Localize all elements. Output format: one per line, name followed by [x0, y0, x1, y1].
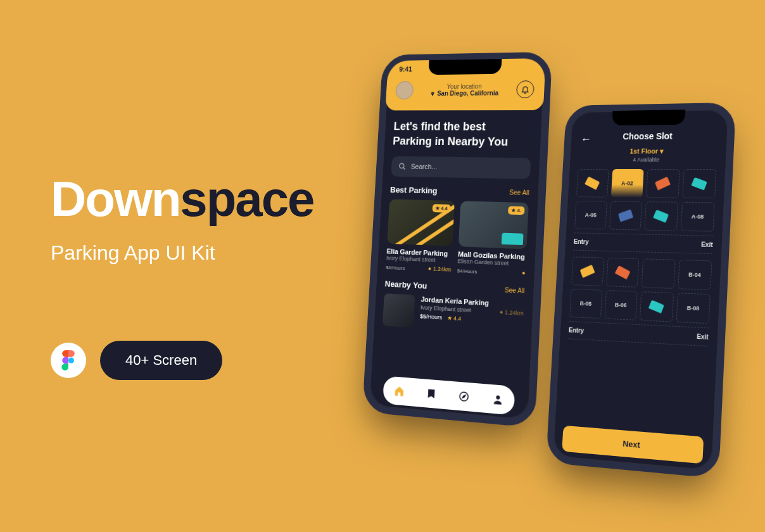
car-icon: [648, 300, 664, 313]
page-title: Choose Slot: [623, 131, 673, 141]
nearby-rating: ★ 4.4: [447, 314, 462, 321]
slot-cell[interactable]: [571, 256, 604, 286]
parking-distance: ●: [522, 270, 526, 276]
figma-icon: [61, 350, 75, 370]
rating-badge: ★ 4.4: [432, 204, 450, 213]
car-icon: [580, 265, 595, 278]
status-time: 9:41: [399, 65, 412, 73]
search-input[interactable]: Search...: [391, 156, 531, 179]
hero-block: Downspace Parking App UI Kit 40+ Screen: [51, 174, 313, 380]
slot-cell[interactable]: B-04: [678, 260, 712, 290]
slot-cell[interactable]: [646, 169, 680, 198]
parking-card[interactable]: ★ 4.4 Elia Garder Parking Ivory Elophant…: [386, 199, 455, 273]
svg-point-0: [68, 358, 74, 364]
title-part-1: Down: [51, 171, 180, 227]
location-value: San Diego, California: [437, 89, 498, 96]
slot-grid-b: B-04 B-05 B-06 B-08: [569, 256, 712, 324]
headline: Let's find the best Parking in Nearby Yo…: [393, 119, 533, 150]
back-button[interactable]: ←: [580, 133, 591, 146]
car-icon: [655, 177, 671, 191]
app-body: Let's find the best Parking in Nearby Yo…: [373, 110, 543, 336]
search-placeholder: Search...: [410, 163, 437, 170]
slot-cell[interactable]: [642, 258, 676, 289]
nearby-thumb: [382, 293, 415, 327]
product-subtitle: Parking App UI Kit: [51, 241, 313, 265]
parking-image: ★ 4.4: [387, 199, 455, 246]
car-icon: [585, 177, 600, 190]
phone-notch: [428, 59, 502, 75]
see-all-link[interactable]: See All: [505, 286, 525, 294]
avatar[interactable]: [395, 81, 414, 99]
tab-bookings[interactable]: [426, 388, 437, 400]
home-icon: [393, 385, 405, 398]
slot-cell[interactable]: [576, 169, 609, 198]
ticket-icon: [426, 388, 437, 400]
see-all-link[interactable]: See All: [509, 189, 529, 196]
availability-label: 4 Available: [578, 156, 717, 163]
slot-cell[interactable]: B-08: [676, 293, 711, 324]
parking-price: $4/Hours: [457, 267, 477, 275]
parking-card[interactable]: ★ 4. Mall Gozilas Parking Elisan Garden …: [457, 201, 529, 277]
tab-explore[interactable]: [458, 390, 471, 403]
exit-label: Exit: [701, 241, 713, 249]
product-title: Downspace: [51, 174, 313, 224]
location-block[interactable]: Your location San Diego, California: [430, 83, 499, 97]
parking-distance: ● 1.24km: [428, 265, 452, 273]
search-icon: [398, 162, 407, 170]
nearby-header: Nearby You See All: [384, 279, 524, 296]
parking-cards: ★ 4.4 Elia Garder Parking Ivory Elophant…: [386, 199, 529, 277]
phone-notch: [612, 110, 685, 125]
car-icon: [615, 265, 631, 279]
nearby-item[interactable]: Jordan Keria Parking Ivory Elophant stre…: [382, 293, 524, 335]
title-part-2: space: [180, 171, 313, 227]
lane-row: Entry Exit: [568, 321, 709, 346]
slot-cell[interactable]: A-05: [574, 201, 607, 229]
svg-line-2: [403, 167, 405, 169]
car-icon: [618, 209, 633, 222]
svg-point-5: [496, 395, 500, 400]
nearby-price: $5/Hours: [420, 313, 442, 320]
screen-count-pill: 40+ Screen: [100, 341, 222, 380]
slot-cell-selected[interactable]: A-02: [610, 169, 643, 198]
next-button[interactable]: Next: [562, 426, 704, 464]
slot-cell[interactable]: A-08: [680, 202, 714, 232]
user-icon: [491, 393, 503, 406]
car-icon: [653, 210, 669, 223]
parking-price: $6/Hours: [386, 263, 405, 271]
best-parking-title: Best Parking: [390, 185, 438, 195]
figma-icon-badge: [51, 343, 86, 378]
slot-grid-a: A-02 A-05 A-08: [574, 169, 716, 232]
slot-cell[interactable]: B-05: [569, 289, 602, 319]
lane-row: Entry Exit: [573, 232, 713, 254]
compass-icon: [458, 390, 471, 403]
exit-label: Exit: [697, 333, 709, 341]
tab-profile[interactable]: [491, 393, 503, 406]
nearby-distance: ● 1.24km: [500, 308, 524, 316]
floor-selector[interactable]: 1st Floor ▾: [579, 147, 718, 156]
cta-row: 40+ Screen: [51, 341, 313, 380]
phone-mockup-slots: ← Choose Slot 1st Floor ▾ 4 Available A-…: [546, 103, 736, 479]
entry-label: Entry: [569, 327, 584, 334]
parking-image: ★ 4.: [458, 201, 529, 249]
tab-home[interactable]: [393, 385, 405, 398]
slot-cell[interactable]: [644, 201, 678, 231]
slot-cell[interactable]: B-06: [604, 290, 638, 320]
nearby-street: Ivory Elophant street: [420, 304, 471, 314]
nearby-title: Nearby You: [384, 279, 427, 290]
pin-icon: [430, 91, 435, 97]
slot-cell[interactable]: [640, 291, 674, 322]
car-icon: [691, 177, 707, 191]
notifications-button[interactable]: [516, 80, 534, 98]
phone-mockup-home: 9:41 Your location San Diego, California…: [362, 52, 552, 428]
rating-badge: ★ 4.: [508, 206, 524, 215]
entry-label: Entry: [574, 238, 589, 245]
slot-cell[interactable]: [682, 169, 716, 198]
slot-cell[interactable]: [609, 201, 642, 231]
tab-bar: [382, 376, 515, 415]
bell-icon: [521, 85, 530, 94]
location-label: Your location: [430, 83, 498, 91]
svg-marker-4: [463, 395, 466, 398]
slot-cell[interactable]: [606, 258, 639, 288]
best-parking-header: Best Parking See All: [390, 185, 529, 198]
